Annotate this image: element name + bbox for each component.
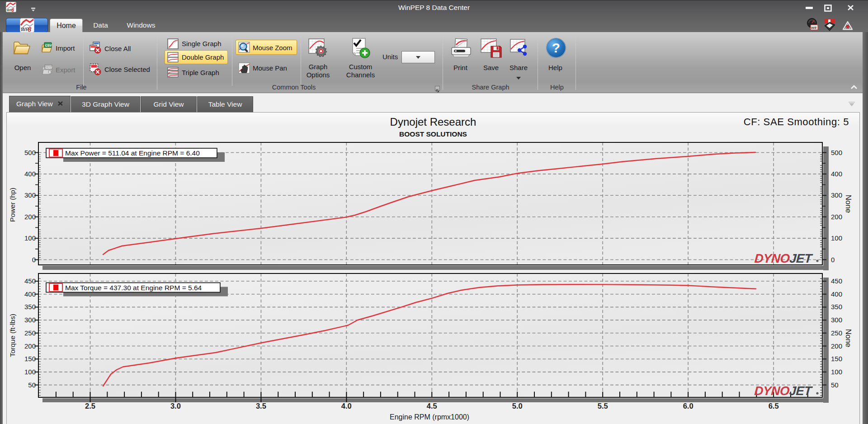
svg-text:100: 100 [831,234,842,242]
svg-text:Power (hp): Power (hp) [9,188,16,222]
svg-text:200: 200 [831,213,842,221]
svg-text:200: 200 [24,342,36,350]
svg-text:W8: W8 [811,26,817,30]
svg-text:250: 250 [831,329,842,337]
svg-text:5.5: 5.5 [598,402,608,410]
svg-text:CSV: CSV [45,43,52,47]
svg-text:300: 300 [24,191,36,199]
svg-text:None: None [844,195,853,213]
svg-text:Engine RPM (rpmx1000): Engine RPM (rpmx1000) [390,413,469,421]
svg-text:200: 200 [24,213,36,221]
svg-text:5.0: 5.0 [512,402,523,410]
svg-text:500: 500 [831,149,842,156]
svg-text:DYNOJET: DYNOJET [754,251,813,265]
svg-text:8: 8 [28,25,32,33]
svg-text:400: 400 [831,290,842,298]
svg-text:Torque (ft-lbs): Torque (ft-lbs) [9,314,16,357]
svg-text:6.5: 6.5 [769,402,779,410]
svg-text:450: 450 [831,277,842,285]
svg-text:500: 500 [24,149,36,156]
svg-text:150: 150 [831,355,842,363]
svg-text:2.5: 2.5 [85,402,95,410]
svg-text:400: 400 [831,170,842,178]
svg-text:350: 350 [831,303,842,311]
svg-text:50: 50 [28,381,36,389]
svg-text:150: 150 [24,355,36,363]
svg-text:Max Torque = 437.30 at Engine: Max Torque = 437.30 at Engine RPM = 5.64 [65,284,202,292]
svg-text:100: 100 [24,234,36,242]
svg-text:Max Power = 511.04 at Engine R: Max Power = 511.04 at Engine RPM = 6.40 [65,149,200,157]
svg-text:CF: SAE Smoothing: 5: CF: SAE Smoothing: 5 [744,116,849,127]
svg-text:400: 400 [24,290,36,298]
svg-text:None: None [844,329,853,348]
svg-text:?: ? [552,40,560,55]
svg-text:BOOST SOLUTIONS: BOOST SOLUTIONS [399,130,467,138]
svg-text:300: 300 [831,316,842,324]
svg-text:450: 450 [24,277,36,285]
svg-text:Dynojet Research: Dynojet Research [390,116,476,128]
svg-text:100: 100 [831,368,842,376]
svg-text:0: 0 [32,256,36,264]
svg-text:300: 300 [831,191,842,199]
svg-text:3.0: 3.0 [170,402,181,410]
svg-text:3.5: 3.5 [256,402,266,410]
svg-text:0: 0 [831,256,835,264]
svg-text:200: 200 [831,342,842,350]
svg-text:100: 100 [24,368,36,376]
svg-text:DYNOJET: DYNOJET [754,384,813,398]
svg-text:300: 300 [24,316,36,324]
svg-text:400: 400 [24,170,36,178]
svg-text:CSV: CSV [45,66,52,70]
svg-text:6.0: 6.0 [683,402,693,410]
svg-text:350: 350 [24,303,36,311]
svg-text:4.0: 4.0 [341,402,352,410]
svg-text:250: 250 [24,329,36,337]
svg-text:50: 50 [831,381,839,389]
svg-text:4.5: 4.5 [427,402,437,410]
